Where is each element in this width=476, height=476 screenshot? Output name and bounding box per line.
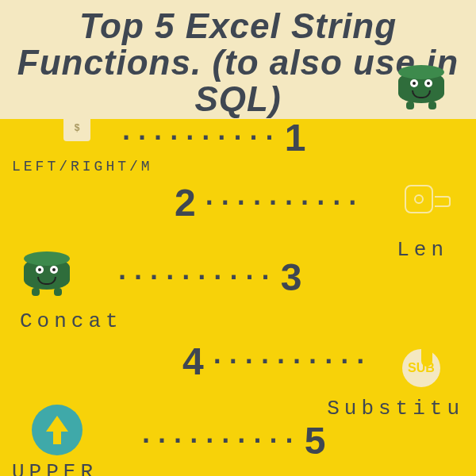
- page-title: Top 5 Excel String Functions. (to also u…: [16, 8, 460, 118]
- database-character-icon: [398, 71, 444, 103]
- label-concat: Concat: [20, 309, 123, 333]
- database-character-icon: [24, 258, 70, 290]
- row-3: ·········· 3: [115, 255, 301, 299]
- dots: ··········: [139, 427, 298, 455]
- label-left-right: LEFT/RIGHT/M: [12, 159, 153, 175]
- label-upper: UPPER: [12, 460, 98, 476]
- number-5: 5: [305, 419, 326, 463]
- dots: ··········: [202, 189, 362, 217]
- row-2: 2 ··········: [175, 181, 361, 225]
- label-substitute: Substitu: [327, 397, 464, 420]
- tape-measure-icon: [405, 178, 452, 218]
- header: Top 5 Excel String Functions. (to also u…: [0, 0, 476, 119]
- row-5: ·········· 5: [139, 419, 325, 463]
- dots: ··········: [210, 347, 370, 375]
- dots: ··········: [119, 124, 278, 152]
- content: $ ·········· 1 LEFT/RIGHT/M 2 ··········…: [0, 119, 476, 476]
- row-1: ·········· 1: [119, 116, 305, 159]
- number-4: 4: [182, 340, 204, 383]
- label-len: Len: [397, 238, 448, 262]
- number-1: 1: [285, 116, 306, 159]
- sub-circle-icon: SUB: [402, 349, 440, 387]
- dots: ··········: [115, 263, 274, 291]
- row-4: 4 ··········: [182, 340, 369, 383]
- number-3: 3: [281, 255, 302, 299]
- number-2: 2: [175, 181, 196, 225]
- dollar-badge-icon: $: [63, 114, 90, 141]
- up-arrow-circle-icon: [32, 405, 83, 455]
